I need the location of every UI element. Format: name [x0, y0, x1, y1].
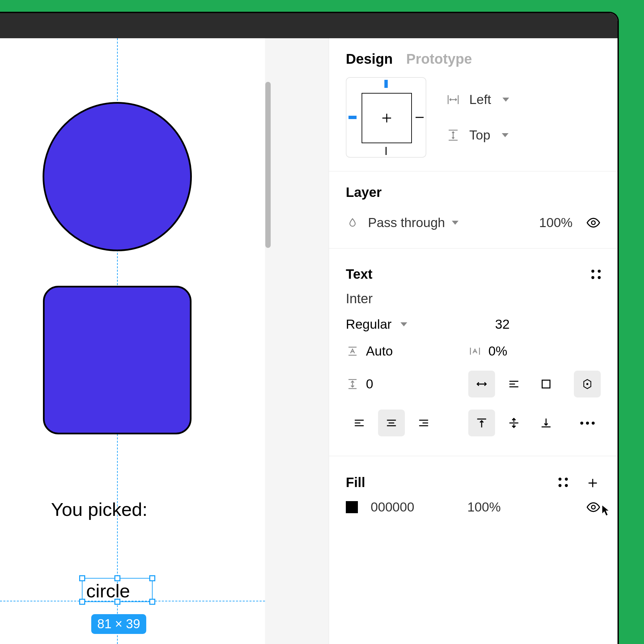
- visibility-toggle[interactable]: [586, 215, 601, 230]
- fill-styles-button[interactable]: [558, 478, 568, 487]
- resize-handle-br[interactable]: [149, 599, 155, 605]
- text-align-bottom-button[interactable]: [533, 410, 559, 436]
- mouse-cursor: [601, 504, 611, 517]
- resize-handle-tr[interactable]: [149, 575, 155, 581]
- chevron-down-icon: [502, 98, 509, 102]
- horizontal-align-select[interactable]: Left: [446, 92, 509, 107]
- font-weight-value: Regular: [346, 317, 392, 332]
- alignment-section: Left Top: [329, 77, 618, 171]
- text-align-center-button[interactable]: [378, 410, 405, 436]
- canvas-gutter: [265, 38, 329, 644]
- fixed-size-button[interactable]: [533, 371, 559, 397]
- canvas-label: You picked:: [51, 498, 148, 520]
- blend-mode-value: Pass through: [368, 215, 445, 230]
- alignment-preview[interactable]: [346, 77, 426, 158]
- selection-size-badge: 81 × 39: [91, 614, 146, 634]
- text-title: Text: [346, 267, 372, 282]
- window-frame: You picked: circle 81 × 39: [0, 12, 619, 644]
- resize-handle-bm[interactable]: [114, 599, 120, 605]
- text-styles-button[interactable]: [591, 270, 601, 279]
- type-settings-button[interactable]: [574, 371, 601, 397]
- horizontal-text-align-group: [346, 410, 437, 436]
- fill-opacity-input[interactable]: 100%: [467, 500, 501, 515]
- app-window: You picked: circle 81 × 39: [0, 0, 644, 644]
- text-align-left-button[interactable]: [346, 410, 373, 436]
- chevron-down-icon: [452, 221, 459, 225]
- auto-height-button[interactable]: [500, 371, 527, 397]
- fill-section: Fill ＋ 000000 100%: [329, 456, 618, 533]
- canvas[interactable]: You picked: circle 81 × 39: [0, 38, 265, 644]
- blend-mode-icon[interactable]: [346, 216, 359, 229]
- vertical-align-select[interactable]: Top: [446, 128, 509, 143]
- selection-box[interactable]: [82, 578, 153, 602]
- auto-width-button[interactable]: [468, 371, 495, 397]
- panel-tabs: Design Prototype: [329, 38, 618, 77]
- vertical-align-value: Top: [469, 128, 490, 143]
- tab-prototype[interactable]: Prototype: [406, 51, 472, 67]
- svg-point-2: [586, 383, 588, 385]
- line-height-icon: [346, 344, 359, 358]
- resize-handle-tl[interactable]: [79, 575, 85, 581]
- vertical-text-align-group: [468, 410, 559, 436]
- line-height-input[interactable]: Auto: [366, 344, 393, 359]
- fill-hex-input[interactable]: 000000: [371, 500, 414, 515]
- scrollbar-thumb[interactable]: [265, 82, 271, 248]
- titlebar[interactable]: [0, 13, 618, 38]
- text-section: Text Inter Regular 32: [329, 248, 618, 456]
- paragraph-spacing-icon: [346, 377, 359, 391]
- vertical-resize-icon: [446, 128, 460, 142]
- svg-rect-1: [542, 380, 550, 388]
- layer-section: Layer Pass through 100%: [329, 171, 618, 248]
- resize-handle-tm[interactable]: [114, 575, 120, 581]
- fill-title: Fill: [346, 475, 365, 490]
- text-resize-group: [468, 371, 559, 397]
- blend-mode-select[interactable]: Pass through: [368, 215, 459, 230]
- fill-swatch[interactable]: [346, 501, 358, 513]
- chevron-down-icon: [400, 322, 407, 326]
- svg-point-3: [592, 505, 595, 509]
- font-weight-select[interactable]: Regular: [346, 317, 458, 332]
- font-size-input[interactable]: 32: [495, 317, 509, 332]
- letter-spacing-input[interactable]: 0%: [488, 344, 507, 359]
- horizontal-resize-icon: [446, 93, 460, 106]
- layer-title: Layer: [346, 185, 601, 200]
- font-family-select[interactable]: Inter: [346, 291, 373, 306]
- canvas-rounded-square[interactable]: [43, 286, 192, 434]
- add-fill-button[interactable]: ＋: [585, 474, 601, 490]
- text-align-top-button[interactable]: [468, 410, 495, 436]
- resize-handle-bl[interactable]: [79, 599, 85, 605]
- tab-design[interactable]: Design: [346, 51, 393, 67]
- inspector-panel: Design Prototype: [329, 38, 618, 644]
- more-type-options-button[interactable]: [574, 410, 601, 436]
- canvas-circle[interactable]: [43, 102, 192, 251]
- text-align-right-button[interactable]: [410, 410, 437, 436]
- text-align-middle-button[interactable]: [500, 410, 527, 436]
- svg-point-0: [592, 221, 595, 225]
- horizontal-align-value: Left: [469, 92, 491, 107]
- paragraph-spacing-input[interactable]: 0: [366, 377, 373, 391]
- chevron-down-icon: [502, 133, 508, 137]
- letter-spacing-icon: [468, 344, 482, 358]
- layer-opacity-input[interactable]: 100%: [539, 215, 573, 230]
- content: You picked: circle 81 × 39: [0, 38, 618, 644]
- fill-visibility-toggle[interactable]: [586, 500, 601, 515]
